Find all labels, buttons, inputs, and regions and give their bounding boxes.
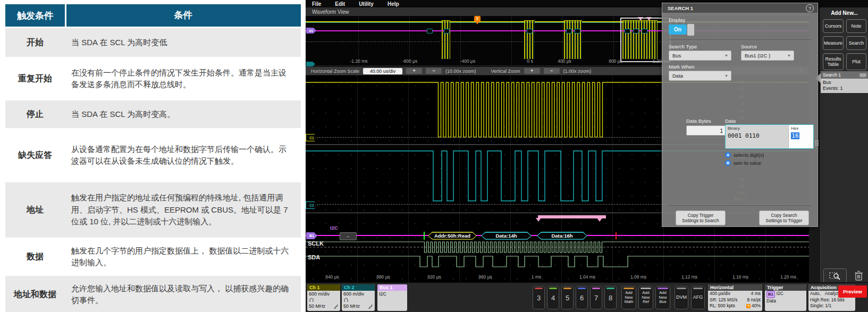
binary-value[interactable]: 0001 0110	[728, 132, 760, 139]
row-term: 重复开始	[5, 58, 65, 99]
result-item-body[interactable]: Bus Events: 1	[821, 79, 868, 93]
panel-title-bar[interactable]: SEARCH 1 ?	[662, 3, 818, 13]
copy-search-to-trigger-button[interactable]: Copy SearchSettings to Trigger	[759, 210, 809, 225]
channel-3-button[interactable]: 3	[533, 286, 545, 309]
overview-burst	[564, 20, 582, 59]
bus1-badge[interactable]: Bus 1 I2C	[377, 284, 407, 311]
source-dropdown[interactable]: Bus1 (I2C )▼	[741, 50, 794, 61]
trigger-badge[interactable]: Trigger B1I2C Data	[765, 284, 806, 311]
time-axis-label: 1.12 ms	[681, 274, 697, 280]
dvm-button[interactable]: DVM	[675, 286, 688, 309]
add-new-ref-button[interactable]: AddNewRef	[638, 286, 653, 309]
zoom-mode-button[interactable]	[823, 268, 847, 283]
channel-6-button[interactable]: 6	[576, 286, 588, 309]
bus-handle-box[interactable]: –	[340, 232, 357, 240]
time-axis-label: 880 µs	[376, 274, 390, 280]
v-zoom-minus-button[interactable]: −	[544, 68, 560, 74]
menu-edit[interactable]: Edit	[335, 1, 345, 7]
preview-button[interactable]: Preview	[838, 285, 867, 298]
horizontal-badge[interactable]: Horizontal 400 µs/div4 ms SR: 125 MS/s8 …	[708, 284, 762, 311]
channel-4-button[interactable]: 4	[547, 286, 559, 309]
ch2-marker-badge[interactable]	[306, 62, 315, 66]
panel-drag-handle[interactable]	[815, 136, 819, 150]
coupling-icon	[309, 298, 339, 304]
decode-dot	[427, 29, 433, 33]
time-axis-label: 1 ms	[532, 274, 541, 280]
zoom-scale-label: Horizontal Zoom Scale	[311, 69, 359, 74]
add-new-math-button[interactable]: AddNewMath	[621, 286, 636, 309]
cursors-button[interactable]: Cursors	[823, 19, 844, 33]
overview-axis-label: -400 µs	[460, 58, 476, 64]
display-toggle-knob[interactable]	[687, 23, 695, 36]
menu-help[interactable]: Help	[387, 1, 399, 7]
channel-color-strip	[563, 288, 571, 289]
help-icon[interactable]: ?	[806, 4, 814, 12]
channel-number: 3	[533, 294, 544, 302]
table-row: 开始 当 SDA 在 SCL 为高时变低	[5, 27, 301, 57]
v-zoom-plus-button[interactable]: +	[524, 68, 540, 74]
h-zoom-minus-button[interactable]: −	[426, 68, 442, 74]
menu-utility[interactable]: Utility	[359, 1, 374, 7]
add-new-bus-button[interactable]: AddNewBus	[655, 286, 670, 309]
row-desc: 触发在用户指定的地址或任何预编程的特殊地址, 包括通用调用、启动字节、HS 模式…	[65, 182, 301, 238]
channel-number: 7	[591, 294, 602, 302]
mark-when-dropdown[interactable]: Data▼	[669, 71, 731, 81]
i2c-trigger-table-region: 触发条件 条件 开始 当 SDA 在 SCL 为高时变低 重复开始 在没有前一个…	[0, 0, 306, 312]
overview-axis-label: -1.20 ms	[350, 58, 367, 64]
start-condition-tick	[424, 232, 425, 240]
menu-file[interactable]: File	[312, 1, 321, 7]
result-item-type: Bus	[823, 80, 866, 86]
bandwidth-icon	[333, 305, 339, 309]
button-color-strip	[623, 288, 634, 289]
bus1-marker-badge[interactable]: B1	[306, 28, 316, 33]
channel-number: 5	[562, 294, 573, 302]
data-bytes-field[interactable]: 1	[686, 125, 726, 136]
hex-field[interactable]: Hex 16	[788, 125, 813, 148]
note-button[interactable]: Note	[846, 19, 866, 33]
hex-value[interactable]: 16	[791, 132, 799, 139]
search-button[interactable]: Search	[846, 36, 866, 50]
afg-button[interactable]: AFG	[691, 286, 705, 309]
trash-icon	[854, 271, 863, 281]
channel-number: 8	[605, 294, 616, 302]
zoom-scale-input[interactable]: 40.00 us/div	[363, 68, 402, 74]
row-desc: 触发在几个字节的用户指定数据值上， 数据值以二进制或十六进制输入。	[65, 239, 301, 274]
decode-box-data2[interactable]: Data:16h	[537, 232, 587, 240]
divider	[669, 39, 811, 40]
result-item-pill[interactable]	[859, 73, 866, 77]
channel-7-button[interactable]: 7	[590, 286, 602, 309]
trigger-position-icon[interactable]: T	[474, 16, 481, 22]
oscilloscope-app: File Edit Utility Help Waveform View	[306, 0, 868, 312]
knob-b-hint: B sets its value	[725, 160, 761, 166]
binary-field[interactable]: Binary 0001 0110	[726, 125, 788, 148]
delete-button[interactable]	[852, 269, 865, 282]
results-table-button[interactable]: Results Table	[823, 53, 844, 70]
decode-box-address[interactable]: Addr:50h:Read	[428, 232, 477, 240]
table-header-condition: 条件	[66, 4, 301, 27]
h-zoom-plus-button[interactable]: +	[406, 68, 422, 74]
result-item-header[interactable]: Search 1	[821, 71, 868, 79]
ch1-badge-header: Ch 1	[307, 284, 340, 291]
stop-condition-tick	[616, 232, 617, 239]
display-on-toggle[interactable]: On	[669, 24, 687, 35]
channel-8-button[interactable]: 8	[604, 286, 617, 309]
table-row: 停止 当 SDA 在 SCL 为高时变高。	[5, 99, 301, 128]
time-axis-label: 960 µs	[478, 274, 492, 280]
tab-waveform-view[interactable]: Waveform View	[306, 9, 349, 15]
search-match-mark-icon	[597, 218, 602, 222]
right-sidebar: Add New... Cursors Note Measure Search R…	[820, 7, 868, 282]
decode-box-data1[interactable]: Data:14h	[481, 232, 532, 240]
plot-button[interactable]: Plot	[846, 53, 866, 70]
copy-trigger-to-search-button[interactable]: Copy TriggerSettings to Search	[676, 210, 726, 225]
measure-button[interactable]: Measure	[823, 36, 844, 50]
channel-color-strip	[549, 288, 557, 289]
channel-5-button[interactable]: 5	[561, 286, 574, 309]
knob-a-icon: A	[725, 152, 731, 158]
ch2-badge[interactable]: Ch 2 600 m/div 50 MHz	[342, 284, 375, 311]
search-result-item[interactable]: Search 1 Bus Events: 1	[821, 71, 868, 93]
search-type-dropdown[interactable]: Bus▼	[669, 50, 731, 61]
ch1-badge[interactable]: Ch 1 600 m/div 50 MHz	[307, 284, 340, 311]
search-match-mark-icon	[536, 218, 541, 222]
result-item-events: Events: 1	[823, 86, 866, 91]
sda-label: SDA	[308, 254, 320, 260]
